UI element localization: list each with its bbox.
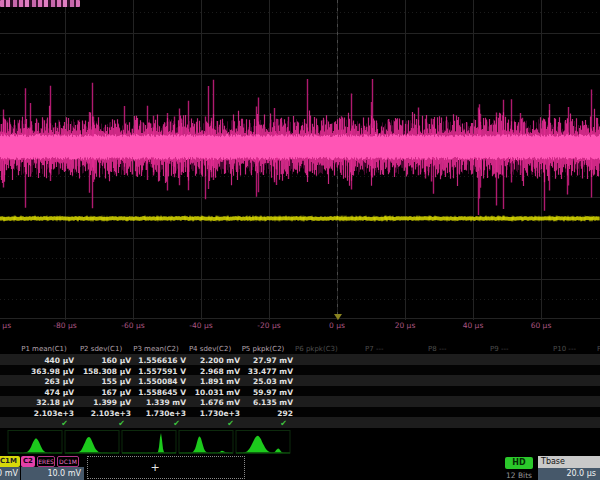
measurement-header[interactable]: P4 sdev(C2) xyxy=(189,345,231,353)
measurement-value: 292 xyxy=(277,409,293,418)
measurement-value: 158.308 µV xyxy=(83,367,131,376)
cropped-text-fragment xyxy=(0,0,80,7)
measurement-value: 25.03 mV xyxy=(253,377,293,386)
measurement-value: 33.477 mV xyxy=(248,367,293,376)
hd-mode-badge: HD xyxy=(505,457,533,469)
histicon-histogram xyxy=(236,436,290,453)
measurement-value: 474 µV xyxy=(44,388,74,397)
time-axis-label: -80 µs xyxy=(53,321,76,330)
timebase-title: Tbase xyxy=(538,456,600,468)
status-check-icon: ✔ xyxy=(280,419,287,428)
c1-value-text: 0 mV xyxy=(0,469,18,478)
time-axis-label: -20 µs xyxy=(257,321,280,330)
measurement-value: 167 µV xyxy=(101,388,131,397)
measurement-value: 27.97 mV xyxy=(253,356,293,365)
measurement-histicons xyxy=(0,428,600,455)
measurement-value: 2.200 mV xyxy=(200,356,240,365)
measurement-header-inactive: P10 --- xyxy=(553,345,576,353)
c2-label-badge[interactable]: C2 xyxy=(21,456,35,467)
status-check-icon: ✔ xyxy=(61,419,68,428)
histicon-histogram xyxy=(8,438,62,453)
measurement-value: 160 µV xyxy=(101,356,131,365)
c2-noise-core xyxy=(1,134,600,160)
time-axis-label: 60 µs xyxy=(531,321,552,330)
c2-descriptor-value[interactable]: 10.0 mV xyxy=(21,467,84,480)
measurement-value: 1.558645 V xyxy=(138,388,186,397)
histicon-box xyxy=(179,431,233,454)
measurement-value: 59.97 mV xyxy=(253,388,293,397)
c2-coupling-badge: DC1M xyxy=(57,456,79,467)
c1-trace xyxy=(0,216,599,221)
measurement-value: 2.103e+3 xyxy=(34,409,74,418)
time-axis-label: -100 µs xyxy=(0,321,11,330)
table-row-stripe xyxy=(0,417,600,428)
measurement-value: 1.339 mV xyxy=(146,398,186,407)
measurement-header[interactable]: P1 mean(C1) xyxy=(21,345,67,353)
measurement-header[interactable]: P2 sdev(C1) xyxy=(80,345,122,353)
c1-coupling-badge[interactable]: DC1M xyxy=(0,456,20,467)
measurement-value: 32.18 µV xyxy=(36,398,74,407)
time-axis-label: 20 µs xyxy=(395,321,416,330)
table-row-stripe xyxy=(0,396,600,407)
measurement-header-inactive: P6 pkpk(C3) xyxy=(295,345,338,353)
bits-label: 12 Bits xyxy=(501,471,537,480)
add-trace-box[interactable]: + xyxy=(87,456,245,479)
time-axis-label: 0 µs xyxy=(329,321,345,330)
measurement-header[interactable]: P3 mean(C2) xyxy=(133,345,179,353)
measurement-value: 1.730e+3 xyxy=(200,409,240,418)
status-check-icon: ✔ xyxy=(227,419,234,428)
timebase-value: 20.0 µs xyxy=(538,468,600,480)
c2-eres-badge: ERES xyxy=(37,456,55,467)
c1-descriptor-value[interactable]: 0 mV xyxy=(0,467,20,480)
time-axis-label: -60 µs xyxy=(121,321,144,330)
waveform-traces xyxy=(0,0,600,320)
trigger-position-marker xyxy=(334,314,342,320)
histicon-histogram xyxy=(65,437,119,453)
measurement-value: 10.031 mV xyxy=(195,388,240,397)
measurement-header-inactive: P9 --- xyxy=(490,345,508,353)
oscilloscope-screen: -100 µs-80 µs-60 µs-40 µs-20 µs0 µs20 µs… xyxy=(0,0,600,480)
table-row-stripe xyxy=(0,375,600,386)
measurement-value: 1.399 µV xyxy=(93,398,131,407)
measurement-value: 363.98 µV xyxy=(31,367,74,376)
histicon-box xyxy=(122,431,176,454)
measurement-value: 1.550084 V xyxy=(138,377,186,386)
measurement-value: 6.135 mV xyxy=(253,398,293,407)
measurement-value: 1.556616 V xyxy=(138,356,186,365)
timebase-box[interactable]: Tbase 20.0 µs xyxy=(538,456,600,480)
measurement-value: 155 µV xyxy=(101,377,131,386)
measurement-value: 440 µV xyxy=(44,356,74,365)
histicon-histogram xyxy=(122,433,176,453)
time-axis-label: -40 µs xyxy=(189,321,212,330)
measurement-header[interactable]: P5 pkpk(C2) xyxy=(242,345,285,353)
measurement-header-inactive: P8 --- xyxy=(428,345,446,353)
measurement-value: 2.103e+3 xyxy=(91,409,131,418)
measurement-value: 1.557591 V xyxy=(138,367,186,376)
c2-value-text: 10.0 mV xyxy=(47,469,81,478)
measurement-value: 2.968 mV xyxy=(200,367,240,376)
status-check-icon: ✔ xyxy=(173,419,180,428)
measurement-value: 1.676 mV xyxy=(200,398,240,407)
measurement-value: 263 µV xyxy=(44,377,74,386)
measurement-header-inactive: P7 --- xyxy=(365,345,383,353)
table-row-stripe xyxy=(0,386,600,397)
table-row-stripe xyxy=(0,354,600,365)
measurement-value: 1.730e+3 xyxy=(146,409,186,418)
time-axis-label: 40 µs xyxy=(463,321,484,330)
histicon-histogram xyxy=(179,437,233,453)
plus-icon: + xyxy=(150,461,159,474)
measurement-value: 1.891 mV xyxy=(200,377,240,386)
status-check-icon: ✔ xyxy=(118,419,125,428)
